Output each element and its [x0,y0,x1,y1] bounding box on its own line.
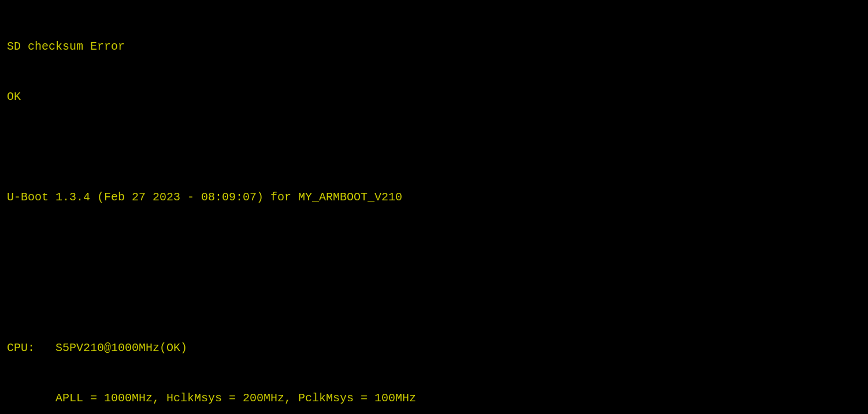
line-7: CPU: S5PV210@1000MHz(OK) [7,340,861,356]
line-8: APLL = 1000MHz, HclkMsys = 200MHz, PclkM… [7,390,861,406]
line-2: OK [7,88,861,105]
line-1: SD checksum Error [7,38,861,55]
line-6 [7,289,861,306]
line-3 [7,139,861,155]
terminal-output: SD checksum Error OK U-Boot 1.3.4 (Feb 2… [7,5,861,414]
line-4: U-Boot 1.3.4 (Feb 27 2023 - 08:09:07) fo… [7,189,861,206]
line-5 [7,239,861,256]
